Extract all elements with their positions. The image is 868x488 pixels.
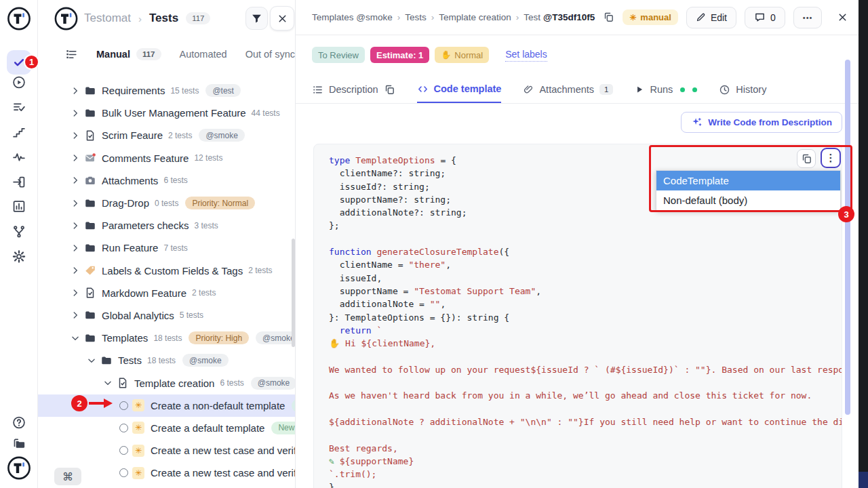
set-labels-link[interactable]: Set labels	[505, 49, 547, 62]
edit-button[interactable]: Edit	[686, 7, 736, 28]
steps-icon[interactable]	[12, 125, 26, 140]
chevron-right-icon[interactable]	[71, 176, 80, 185]
tree-row[interactable]: Comments Feature12 tests	[38, 147, 295, 169]
tab-history[interactable]: History	[719, 76, 766, 103]
analytics-chart-icon[interactable]	[12, 199, 26, 214]
tree-item-label: Scrim Feaure	[102, 129, 163, 141]
branch-icon[interactable]	[12, 224, 26, 239]
detail-breadcrumb[interactable]: Templates @smoke›Tests›Template creation…	[312, 12, 595, 22]
tree-row[interactable]: Attachments6 tests	[38, 169, 295, 192]
tree-tab-automated[interactable]: Automated	[180, 49, 227, 60]
chevron-right-icon[interactable]	[71, 310, 80, 320]
testomat-logo-icon[interactable]	[7, 7, 31, 30]
chevron-right-icon[interactable]	[71, 243, 80, 253]
chevron-right-icon[interactable]	[71, 131, 80, 140]
chevron-right-icon[interactable]	[71, 221, 80, 230]
tree-tab-out-of-sync[interactable]: Out of sync	[245, 49, 295, 60]
tree-close-button[interactable]	[270, 6, 294, 30]
copy-code-button[interactable]	[797, 149, 816, 168]
chevron-down-icon[interactable]	[87, 356, 96, 365]
tree-row[interactable]: Drag-Drop0 testsPriority: Normal	[38, 192, 295, 214]
tree-row[interactable]: Global Analytics5 tests	[38, 304, 295, 327]
testomat-logo[interactable]	[54, 7, 78, 30]
chevron-right-icon[interactable]	[71, 153, 80, 163]
template-dropdown: CodeTemplateNon-default (body)	[656, 170, 841, 211]
tab-attachments[interactable]: Attachments1	[523, 76, 613, 103]
test-status-ring-icon[interactable]	[119, 446, 128, 455]
tree-row[interactable]: Templates18 testsPriority: High@smoke	[38, 327, 295, 349]
tree-row[interactable]: Scrim Feaure2 tests@smoke	[38, 124, 295, 146]
copy-icon[interactable]	[384, 84, 395, 96]
runs-play-icon[interactable]	[12, 75, 26, 89]
tab-description[interactable]: Description	[312, 76, 395, 103]
detail-close-icon[interactable]	[837, 12, 848, 23]
manual-badge: ✳ manual	[623, 9, 678, 25]
copy-id-icon[interactable]	[603, 12, 614, 23]
tree-scrollbar[interactable]	[292, 239, 295, 347]
tree-item-label: Create a non-default template	[151, 400, 285, 411]
sign-in-icon[interactable]	[12, 175, 26, 189]
tab-code-template[interactable]: Code template	[417, 76, 502, 103]
label-badge[interactable]: To Review	[312, 47, 365, 63]
help-icon[interactable]	[12, 415, 26, 430]
tree-item-label: Template creation	[134, 378, 214, 389]
manual-test-icon: ✳	[132, 399, 144, 411]
filter-button[interactable]	[245, 7, 268, 30]
label-badge[interactable]: Estimate: 1	[370, 47, 429, 63]
tab-label: History	[736, 84, 766, 95]
detail-scrollbar[interactable]	[845, 60, 850, 415]
chevron-down-icon[interactable]	[71, 333, 80, 343]
command-key-button[interactable]: ⌘	[54, 468, 81, 485]
chevron-right-icon[interactable]	[71, 108, 80, 118]
tree-row[interactable]: Tests18 tests@smoke	[38, 349, 295, 371]
breadcrumb-section[interactable]: Tests	[149, 12, 178, 25]
tag-badge: @test	[205, 84, 241, 97]
test-count: 2 tests	[248, 266, 272, 275]
tree-tab-label: Out of sync	[245, 49, 295, 60]
projects-folders-icon[interactable]	[12, 436, 26, 451]
tree-row[interactable]: ✳Create a new test case and verify	[38, 439, 295, 462]
chevron-right-icon[interactable]	[71, 266, 80, 275]
dropdown-option[interactable]: CodeTemplate	[656, 171, 840, 190]
chevron-right-icon[interactable]	[71, 288, 80, 298]
test-status-ring-icon[interactable]	[119, 468, 128, 477]
breadcrumb-app[interactable]: Testomat	[84, 12, 131, 25]
comments-button[interactable]: 0	[745, 7, 785, 28]
breadcrumb-part[interactable]: Template creation	[439, 12, 511, 22]
tree-row[interactable]: ✳Create a default templateNew labe	[38, 417, 295, 439]
tree-tab-manual[interactable]: Manual117	[96, 48, 161, 60]
more-button[interactable]: •••	[793, 7, 823, 28]
write-code-button[interactable]: Write Code from Description	[681, 112, 842, 133]
tree-row[interactable]: Bulk User Management Feature44 tests	[38, 102, 295, 124]
code-line: ✋ Hi ${clientName},	[329, 337, 842, 350]
tests-tree-panel: Testomat › Tests 117 Manual117AutomatedO…	[38, 0, 296, 488]
tree-item-label: Tests	[118, 354, 142, 366]
tree-row[interactable]: Parameters checks3 tests	[38, 214, 295, 237]
comment-bubble-icon	[754, 12, 766, 23]
play-icon	[635, 85, 644, 94]
breadcrumb-separator: ›	[393, 12, 406, 22]
test-id: @T35df10f5	[543, 12, 595, 22]
dropdown-option[interactable]: Non-default (body)	[656, 190, 840, 210]
tree-row[interactable]: Markdown Feature2 tests	[38, 282, 295, 304]
pulse-icon[interactable]	[12, 150, 26, 164]
kebab-menu-button[interactable]: ⋮	[821, 148, 841, 168]
tree-row[interactable]: Run Feature7 tests	[38, 237, 295, 259]
chevron-down-icon[interactable]	[103, 378, 113, 388]
label-badge[interactable]: ✋Normal	[435, 47, 489, 63]
tag-badge: @smoke	[182, 354, 229, 367]
testomat-logo-small-icon[interactable]	[7, 456, 31, 480]
tree-row[interactable]: Labels & Custom Fields & Tags2 tests	[38, 260, 295, 282]
tree-row[interactable]: Requirements15 tests@test	[38, 79, 295, 102]
chevron-right-icon[interactable]	[71, 199, 80, 208]
breadcrumb-part[interactable]: Templates @smoke	[312, 12, 393, 22]
tree-row[interactable]: Template creation6 tests@smoke	[38, 371, 295, 394]
settings-gear-icon[interactable]	[12, 249, 26, 264]
list-check-icon[interactable]	[12, 100, 26, 115]
breadcrumb-part[interactable]: Tests	[405, 12, 427, 22]
test-status-ring-icon[interactable]	[119, 401, 128, 410]
test-status-ring-icon[interactable]	[119, 424, 128, 432]
bulk-select-icon[interactable]	[65, 48, 78, 61]
chevron-right-icon[interactable]	[71, 86, 80, 96]
tab-runs[interactable]: Runs	[635, 76, 697, 103]
